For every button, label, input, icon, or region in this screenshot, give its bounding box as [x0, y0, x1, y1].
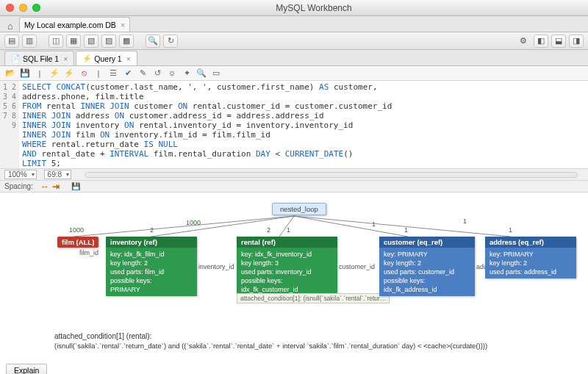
- create-function-button[interactable]: ▩: [119, 35, 134, 48]
- separator-icon: |: [93, 68, 104, 79]
- spacing-bar: Spacing: ↔ ⇥ 💾: [0, 181, 588, 193]
- snippet-icon[interactable]: ▭: [210, 68, 222, 79]
- plan-node-body: key: PRIMARYkey length: 2used parts: cus…: [379, 248, 475, 296]
- toggle-left-panel-icon[interactable]: ◧: [534, 35, 548, 48]
- svg-line-4: [294, 216, 511, 237]
- limit-icon[interactable]: ⛭: [166, 68, 178, 79]
- minimize-window-icon[interactable]: [19, 4, 27, 12]
- horizontal-scrollbar[interactable]: [85, 172, 578, 178]
- create-procedure-button[interactable]: ▨: [101, 35, 116, 48]
- create-view-button[interactable]: ▧: [84, 35, 98, 48]
- save-layout-icon[interactable]: 💾: [71, 182, 80, 190]
- edge-cost: 1: [404, 226, 408, 234]
- zoom-window-icon[interactable]: [32, 4, 40, 12]
- title-bar: MySQL Workbench: [0, 0, 588, 16]
- toggle-right-panel-icon[interactable]: ◨: [569, 35, 584, 48]
- plan-node-customer[interactable]: customer (eq_ref) key: PRIMARYkey length…: [379, 237, 475, 296]
- spacing-expand-icon[interactable]: ↔: [40, 181, 48, 192]
- zoom-select[interactable]: 100%: [4, 170, 37, 179]
- editor-tab-label: SQL File 1: [23, 54, 59, 63]
- save-icon[interactable]: 💾: [19, 68, 31, 79]
- close-icon[interactable]: ×: [63, 54, 68, 63]
- plan-node-address[interactable]: address (eq_ref) key: PRIMARYkey length:…: [485, 237, 576, 278]
- edge-cost: 1000: [69, 226, 84, 234]
- edge-cost: 1: [509, 226, 512, 234]
- edge-cost: 1000: [186, 219, 201, 226]
- reconnect-button[interactable]: ↻: [163, 35, 178, 48]
- spacing-label: Spacing:: [4, 182, 33, 190]
- window-title: MySQL Workbench: [46, 3, 582, 13]
- tab-sql-file-1[interactable]: 📄 SQL File 1 ×: [4, 51, 74, 65]
- edge-cost: 1: [372, 220, 376, 228]
- close-icon[interactable]: ×: [121, 21, 125, 29]
- connection-tabs: ⌂ My Local example.com DB ×: [0, 16, 588, 32]
- editor-toolbar: 📂 💾 | ⚡ ⚡ ⦸ | ☰ ✔ ✎ ↺ ⛭ ✦ 🔍 ▭: [0, 66, 588, 81]
- editor-tabs: 📄 SQL File 1 × ⚡ Query 1 ×: [0, 50, 588, 66]
- stop-icon[interactable]: ⦸: [78, 68, 90, 79]
- plan-node-body: key: PRIMARYkey length: 2used parts: add…: [485, 248, 576, 278]
- settings-gear-icon[interactable]: ⚙: [516, 35, 531, 48]
- plan-node-film[interactable]: film (ALL): [57, 237, 98, 248]
- edge-cost: 1: [287, 226, 290, 234]
- attached-condition-header: attached_condition[1] (rental):: [54, 332, 151, 340]
- join-key-label: customer_id: [339, 263, 375, 270]
- editor-tab-label: Query 1: [94, 54, 121, 63]
- connection-tab-label: My Local example.com DB: [24, 21, 116, 29]
- svg-line-3: [294, 216, 408, 237]
- create-schema-button[interactable]: ◫: [49, 35, 63, 48]
- spacing-compact-icon[interactable]: ⇥: [52, 181, 58, 192]
- open-sql-button[interactable]: ▥: [22, 35, 37, 48]
- execute-icon[interactable]: ⚡: [49, 68, 60, 79]
- cursor-position[interactable]: 69:8: [44, 170, 71, 179]
- join-key-label: film_id: [79, 249, 98, 256]
- attached-condition-tooltip: attached_condition[1]: (isnull(`sakila`.…: [237, 293, 390, 303]
- toggle-bottom-panel-icon[interactable]: ⬓: [551, 35, 566, 48]
- search-button[interactable]: 🔍: [146, 35, 160, 48]
- edge-cost: 1: [463, 217, 467, 225]
- tab-query-1[interactable]: ⚡ Query 1 ×: [76, 51, 137, 65]
- edge-cost: 2: [150, 226, 154, 234]
- close-icon[interactable]: ×: [126, 54, 131, 63]
- separator-icon: |: [34, 68, 46, 79]
- new-sql-tab-button[interactable]: ▤: [4, 35, 19, 48]
- autocommit-icon[interactable]: ✎: [137, 68, 148, 79]
- edge-cost: 2: [267, 226, 270, 234]
- connection-tab[interactable]: My Local example.com DB ×: [19, 17, 130, 32]
- sql-editor[interactable]: 1 2 3 4 5 6 7 8 9 SELECT CONCAT(customer…: [0, 81, 588, 169]
- close-window-icon[interactable]: [6, 4, 14, 12]
- open-file-icon[interactable]: 📂: [4, 68, 16, 79]
- sql-file-icon: 📄: [11, 54, 20, 62]
- line-gutter: 1 2 3 4 5 6 7 8 9: [0, 81, 19, 168]
- home-icon[interactable]: ⌂: [3, 21, 18, 32]
- join-key-label: inventory_id: [198, 263, 234, 270]
- lightning-icon: ⚡: [82, 54, 91, 62]
- explain-button[interactable]: Explain: [6, 364, 47, 374]
- explain-icon[interactable]: ☰: [107, 68, 119, 79]
- execute-current-icon[interactable]: ⚡: [63, 68, 75, 79]
- zoom-bar: 100% 69:8: [0, 169, 588, 181]
- commit-icon[interactable]: ✔: [122, 68, 134, 79]
- main-toolbar: ▤ ▥ ◫ ▦ ▧ ▨ ▩ 🔍 ↻ ⚙ ◧ ⬓ ◨: [0, 32, 588, 50]
- plan-node-inventory[interactable]: inventory (ref) key: idx_fk_film_idkey l…: [106, 237, 197, 296]
- attached-condition-body: (isnull(`sakila`.`rental`.`return_date`)…: [54, 342, 487, 350]
- plan-node-body: key: idx_fk_inventory_idkey length: 3use…: [237, 248, 337, 296]
- rollback-icon[interactable]: ↺: [151, 68, 163, 79]
- plan-node-rental[interactable]: rental (ref) key: idx_fk_inventory_idkey…: [237, 237, 337, 296]
- create-table-button[interactable]: ▦: [66, 35, 81, 48]
- sql-code[interactable]: SELECT CONCAT(customer.last_name, ', ', …: [19, 81, 588, 168]
- svg-line-1: [151, 216, 294, 237]
- plan-node-body: key: idx_fk_film_idkey length: 2used par…: [106, 248, 197, 296]
- find-icon[interactable]: 🔍: [196, 68, 207, 79]
- plan-root-node[interactable]: nested_loop: [272, 203, 326, 215]
- svg-line-0: [74, 216, 294, 237]
- beautify-icon[interactable]: ✦: [181, 68, 193, 79]
- explain-plan[interactable]: nested_loop 1000 2 1000 2 1 1 1 1 1 film…: [0, 193, 588, 374]
